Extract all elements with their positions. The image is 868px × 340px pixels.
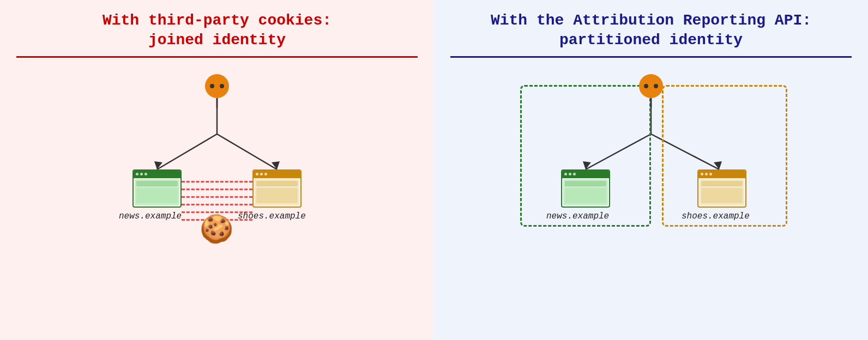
person-left xyxy=(202,74,232,111)
browser-news-right xyxy=(561,169,610,208)
right-title-line1: With the Attribution Reporting API: xyxy=(491,12,811,29)
left-panel: With third-party cookies: joined identit… xyxy=(0,0,434,340)
label-shoes-left: shoes.example xyxy=(238,211,306,221)
svg-marker-4 xyxy=(272,161,280,169)
right-diagram-area: news.example shoes.example xyxy=(450,69,852,329)
svg-point-15 xyxy=(644,84,648,88)
svg-point-6 xyxy=(210,84,214,88)
cookie-icon: 🍪 xyxy=(200,213,233,246)
right-panel: With the Attribution Reporting API: part… xyxy=(434,0,868,340)
person-right xyxy=(636,74,666,111)
browser-news-left xyxy=(132,169,182,208)
left-title-line2: joined identity xyxy=(148,32,286,48)
left-diagram: 🍪 news.example shoes.example xyxy=(103,69,331,254)
svg-point-7 xyxy=(220,84,224,88)
svg-line-3 xyxy=(217,134,277,169)
browser-shoes-left xyxy=(252,169,302,208)
right-title-line2: partitioned identity xyxy=(559,32,743,48)
svg-marker-2 xyxy=(154,161,162,169)
browser-shoes-right xyxy=(697,169,746,208)
left-title: With third-party cookies: joined identit… xyxy=(103,11,331,51)
right-title: With the Attribution Reporting API: part… xyxy=(491,11,811,51)
left-diagram-area: 🍪 news.example shoes.example xyxy=(16,69,418,329)
left-title-line1: With third-party cookies: xyxy=(103,12,331,29)
right-divider xyxy=(450,56,852,58)
label-shoes-right: shoes.example xyxy=(682,211,750,221)
label-news-left: news.example xyxy=(119,211,182,221)
label-news-right: news.example xyxy=(546,211,609,221)
svg-line-1 xyxy=(157,134,217,169)
right-diagram: news.example shoes.example xyxy=(509,69,793,254)
svg-point-5 xyxy=(205,74,229,98)
svg-point-16 xyxy=(654,84,658,88)
svg-point-14 xyxy=(639,74,663,98)
left-divider xyxy=(16,56,418,58)
